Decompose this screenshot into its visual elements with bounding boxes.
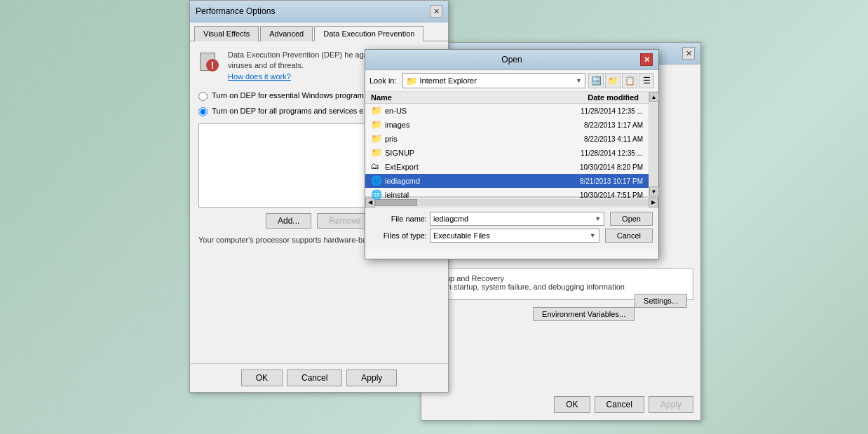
perf-title: Performance Options xyxy=(196,6,275,16)
list-item-selected[interactable]: 🌐 iediagcmd 8/21/2013 10:17 PM xyxy=(365,174,649,188)
file-name: iediagcmd xyxy=(385,177,545,185)
file-type-dropdown[interactable]: ▼ xyxy=(590,232,596,239)
file-name: images xyxy=(385,121,545,129)
col-name-header: Name xyxy=(371,93,555,102)
dep-radio2-label: Turn on DEP for all programs and service… xyxy=(212,106,388,116)
perf-cancel-button[interactable]: Cancel xyxy=(287,369,342,386)
scroll-down-button[interactable]: ▼ xyxy=(649,187,659,196)
file-name: en-US xyxy=(385,107,545,115)
list-item[interactable]: 🗂 ExtExport 10/30/2014 8:20 PM xyxy=(365,160,649,174)
open-file-dialog: Open ✕ Look in: 📁 Internet Explorer ▼ 🔙 … xyxy=(365,49,659,259)
file-name: pris xyxy=(385,135,545,143)
views-button[interactable]: ☰ xyxy=(639,73,654,88)
dep-icon: ! xyxy=(198,50,221,72)
file-list-container: Name Date modified 📁 en-US 11/28/2014 12… xyxy=(365,92,658,197)
file-name-dropdown[interactable]: ▼ xyxy=(595,215,601,222)
perf-footer: OK Cancel Apply xyxy=(190,363,448,392)
list-item[interactable]: 📁 pris 8/22/2013 4:11 AM xyxy=(365,132,649,146)
file-date: 10/30/2014 8:20 PM xyxy=(545,163,643,171)
toolbar-icon-group: 🔙 📁 📋 ☰ xyxy=(588,73,654,88)
file-type-row: Files of type: Executable Files ▼ Cancel xyxy=(371,229,653,243)
file-type-label: Files of type: xyxy=(371,231,427,240)
folder-icon: 📁 xyxy=(406,76,417,86)
env-variables-button[interactable]: Environment Variables... xyxy=(533,307,635,321)
col-date-header: Date modified xyxy=(555,93,653,102)
new-folder-button[interactable]: 📋 xyxy=(622,73,637,88)
file-name: SIGNUP xyxy=(385,149,545,157)
scroll-track xyxy=(650,102,658,187)
dep-radio1-label: Turn on DEP for essential Windows progra… xyxy=(212,90,380,101)
dep-radio2-input[interactable] xyxy=(198,107,208,116)
sys-props-footer: OK Cancel Apply xyxy=(554,396,693,413)
open-cancel-button[interactable]: Cancel xyxy=(605,229,653,243)
ie-icon: 🌐 xyxy=(371,189,382,201)
open-toolbar: Look in: 📁 Internet Explorer ▼ 🔙 📁 📋 ☰ xyxy=(365,70,658,92)
file-date: 11/28/2014 12:35 ... xyxy=(545,149,643,157)
tab-dep[interactable]: Data Execution Prevention xyxy=(314,26,423,41)
look-in-value: Internet Explorer xyxy=(420,76,477,85)
startup-settings-button[interactable]: Settings... xyxy=(635,294,687,308)
file-date: 8/21/2013 10:17 PM xyxy=(545,177,643,185)
tab-visual-effects[interactable]: Visual Effects xyxy=(194,26,259,41)
file-date: 11/28/2014 12:35 ... xyxy=(545,107,643,115)
dep-add-button[interactable]: Add... xyxy=(266,213,311,229)
back-button[interactable]: 🔙 xyxy=(588,73,604,88)
open-close-button[interactable]: ✕ xyxy=(640,53,653,66)
perf-ok-button[interactable]: OK xyxy=(241,369,283,386)
perf-apply-button[interactable]: Apply xyxy=(346,369,397,386)
scroll-up-button[interactable]: ▲ xyxy=(649,92,659,102)
sys-props-ok-button[interactable]: OK xyxy=(554,396,590,413)
folder-icon: 📁 xyxy=(371,105,382,116)
open-bottom: File name: iediagcmd ▼ Open Files of typ… xyxy=(365,207,658,250)
perf-tabs: Visual Effects Advanced Data Execution P… xyxy=(190,22,448,41)
folder-icon: 📁 xyxy=(371,119,382,130)
vertical-scrollbar[interactable]: ▲ ▼ xyxy=(649,92,658,196)
folder-icon: 📁 xyxy=(371,147,382,158)
dep-link[interactable]: How does it work? xyxy=(228,72,291,81)
tab-advanced[interactable]: Advanced xyxy=(260,26,313,41)
look-in-label: Look in: xyxy=(369,76,397,85)
open-button[interactable]: Open xyxy=(610,212,653,226)
file-type-value: Executable Files xyxy=(433,231,490,240)
open-titlebar: Open ✕ xyxy=(365,50,658,70)
sys-props-close-button[interactable]: ✕ xyxy=(682,47,695,60)
list-item[interactable]: 📁 SIGNUP 11/28/2014 12:35 ... xyxy=(365,146,649,160)
file-name-combo[interactable]: iediagcmd ▼ xyxy=(430,212,604,226)
file-icon: 🗂 xyxy=(371,161,382,172)
list-item[interactable]: 📁 images 8/22/2013 1:17 AM xyxy=(365,118,649,132)
perf-close-button[interactable]: ✕ xyxy=(430,5,442,18)
file-date: 8/22/2013 4:11 AM xyxy=(545,135,643,143)
file-name-label: File name: xyxy=(371,215,427,223)
sys-props-apply-button[interactable]: Apply xyxy=(649,396,693,413)
perf-titlebar: Performance Options ✕ xyxy=(190,1,448,22)
file-list-scroll[interactable]: 📁 en-US 11/28/2014 12:35 ... 📁 images 8/… xyxy=(365,104,658,202)
file-date: 8/22/2013 1:17 AM xyxy=(545,121,643,129)
startup-recovery-section: tartup and Recovery stem startup, system… xyxy=(428,268,693,300)
file-name-value: iediagcmd xyxy=(433,215,468,223)
startup-section-label: tartup and Recovery stem startup, system… xyxy=(435,274,687,291)
file-type-combo[interactable]: Executable Files ▼ xyxy=(430,229,599,243)
open-title: Open xyxy=(384,55,640,65)
file-name: ExtExport xyxy=(385,163,545,171)
folder-icon: 📁 xyxy=(371,133,382,144)
file-list-header: Name Date modified xyxy=(365,92,658,104)
sys-props-cancel-button[interactable]: Cancel xyxy=(595,396,644,413)
list-item[interactable]: 📁 en-US 11/28/2014 12:35 ... xyxy=(365,104,649,118)
list-item[interactable]: 🌐 ieinstal 10/30/2014 7:51 PM xyxy=(365,188,649,202)
look-in-dropdown-arrow[interactable]: ▼ xyxy=(576,77,582,84)
svg-text:!: ! xyxy=(211,60,215,71)
ie-icon: 🌐 xyxy=(371,175,382,187)
file-name: ieinstal xyxy=(385,191,545,199)
file-name-row: File name: iediagcmd ▼ Open xyxy=(371,212,653,226)
look-in-combo[interactable]: 📁 Internet Explorer ▼ xyxy=(402,73,585,88)
up-folder-button[interactable]: 📁 xyxy=(605,73,621,88)
file-date: 10/30/2014 7:51 PM xyxy=(545,191,643,199)
dep-radio1-input[interactable] xyxy=(198,92,208,101)
